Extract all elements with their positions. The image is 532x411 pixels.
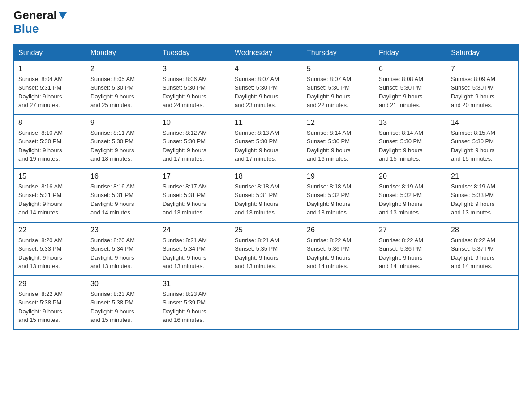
calendar-cell: 16Sunrise: 8:16 AMSunset: 5:31 PMDayligh… <box>86 168 158 222</box>
day-info: Sunrise: 8:07 AMSunset: 5:30 PMDaylight:… <box>235 75 297 110</box>
calendar-cell: 1Sunrise: 8:04 AMSunset: 5:31 PMDaylight… <box>14 61 86 115</box>
day-info: Sunrise: 8:14 AMSunset: 5:30 PMDaylight:… <box>307 128 369 163</box>
day-info: Sunrise: 8:13 AMSunset: 5:30 PMDaylight:… <box>235 128 297 163</box>
calendar-cell: 23Sunrise: 8:20 AMSunset: 5:34 PMDayligh… <box>86 222 158 276</box>
day-info: Sunrise: 8:06 AMSunset: 5:30 PMDaylight:… <box>163 75 225 110</box>
day-info: Sunrise: 8:22 AMSunset: 5:37 PMDaylight:… <box>451 236 514 271</box>
day-number: 31 <box>163 280 225 288</box>
day-number: 26 <box>307 226 369 234</box>
day-info: Sunrise: 8:23 AMSunset: 5:38 PMDaylight:… <box>90 290 153 325</box>
day-info: Sunrise: 8:09 AMSunset: 5:30 PMDaylight:… <box>451 75 514 110</box>
day-number: 16 <box>90 172 153 180</box>
day-number: 25 <box>235 226 297 234</box>
day-number: 24 <box>163 226 225 234</box>
day-number: 29 <box>18 280 81 288</box>
calendar-cell: 2Sunrise: 8:05 AMSunset: 5:30 PMDaylight… <box>86 61 158 115</box>
day-info: Sunrise: 8:22 AMSunset: 5:36 PMDaylight:… <box>379 236 442 271</box>
header-friday: Friday <box>374 44 446 61</box>
day-number: 27 <box>379 226 442 234</box>
calendar-cell: 3Sunrise: 8:06 AMSunset: 5:30 PMDaylight… <box>158 61 230 115</box>
day-info: Sunrise: 8:21 AMSunset: 5:35 PMDaylight:… <box>235 236 297 271</box>
day-number: 28 <box>451 226 514 234</box>
day-info: Sunrise: 8:23 AMSunset: 5:39 PMDaylight:… <box>163 290 225 325</box>
day-number: 3 <box>163 65 225 73</box>
week-row-5: 29Sunrise: 8:22 AMSunset: 5:38 PMDayligh… <box>14 276 519 330</box>
header-row: SundayMondayTuesdayWednesdayThursdayFrid… <box>14 44 519 61</box>
day-number: 17 <box>163 172 225 180</box>
week-row-1: 1Sunrise: 8:04 AMSunset: 5:31 PMDaylight… <box>14 61 519 115</box>
day-number: 13 <box>379 119 442 127</box>
header-sunday: Sunday <box>14 44 86 61</box>
day-info: Sunrise: 8:18 AMSunset: 5:32 PMDaylight:… <box>307 182 369 217</box>
day-number: 11 <box>235 119 297 127</box>
calendar-cell: 31Sunrise: 8:23 AMSunset: 5:39 PMDayligh… <box>158 276 230 330</box>
svg-marker-0 <box>59 12 67 19</box>
logo-arrow-icon <box>58 10 68 20</box>
calendar-cell: 27Sunrise: 8:22 AMSunset: 5:36 PMDayligh… <box>374 222 446 276</box>
day-info: Sunrise: 8:16 AMSunset: 5:31 PMDaylight:… <box>90 182 153 217</box>
calendar-cell: 28Sunrise: 8:22 AMSunset: 5:37 PMDayligh… <box>446 222 519 276</box>
calendar-cell: 13Sunrise: 8:14 AMSunset: 5:30 PMDayligh… <box>374 115 446 168</box>
week-row-2: 8Sunrise: 8:10 AMSunset: 5:30 PMDaylight… <box>14 115 519 168</box>
header-wednesday: Wednesday <box>230 44 302 61</box>
calendar-cell: 22Sunrise: 8:20 AMSunset: 5:33 PMDayligh… <box>14 222 86 276</box>
header-thursday: Thursday <box>302 44 374 61</box>
calendar-body: 1Sunrise: 8:04 AMSunset: 5:31 PMDaylight… <box>14 61 519 330</box>
day-info: Sunrise: 8:22 AMSunset: 5:36 PMDaylight:… <box>307 236 369 271</box>
calendar-cell: 5Sunrise: 8:07 AMSunset: 5:30 PMDaylight… <box>302 61 374 115</box>
calendar-cell <box>374 276 446 330</box>
calendar-cell: 18Sunrise: 8:18 AMSunset: 5:31 PMDayligh… <box>230 168 302 222</box>
day-info: Sunrise: 8:11 AMSunset: 5:30 PMDaylight:… <box>90 128 153 163</box>
day-number: 2 <box>90 65 153 73</box>
day-number: 21 <box>451 172 514 180</box>
day-info: Sunrise: 8:20 AMSunset: 5:34 PMDaylight:… <box>90 236 153 271</box>
calendar-cell: 6Sunrise: 8:08 AMSunset: 5:30 PMDaylight… <box>374 61 446 115</box>
day-info: Sunrise: 8:20 AMSunset: 5:33 PMDaylight:… <box>18 236 81 271</box>
day-info: Sunrise: 8:07 AMSunset: 5:30 PMDaylight:… <box>307 75 369 110</box>
day-number: 4 <box>235 65 297 73</box>
calendar-cell: 24Sunrise: 8:21 AMSunset: 5:34 PMDayligh… <box>158 222 230 276</box>
logo: General Blue <box>13 9 68 36</box>
day-info: Sunrise: 8:21 AMSunset: 5:34 PMDaylight:… <box>163 236 225 271</box>
calendar-cell: 12Sunrise: 8:14 AMSunset: 5:30 PMDayligh… <box>302 115 374 168</box>
calendar-cell: 25Sunrise: 8:21 AMSunset: 5:35 PMDayligh… <box>230 222 302 276</box>
day-info: Sunrise: 8:19 AMSunset: 5:32 PMDaylight:… <box>379 182 442 217</box>
day-info: Sunrise: 8:15 AMSunset: 5:30 PMDaylight:… <box>451 128 514 163</box>
day-info: Sunrise: 8:14 AMSunset: 5:30 PMDaylight:… <box>379 128 442 163</box>
calendar-cell: 9Sunrise: 8:11 AMSunset: 5:30 PMDaylight… <box>86 115 158 168</box>
day-number: 23 <box>90 226 153 234</box>
calendar-cell: 21Sunrise: 8:19 AMSunset: 5:33 PMDayligh… <box>446 168 519 222</box>
header-saturday: Saturday <box>446 44 519 61</box>
day-info: Sunrise: 8:16 AMSunset: 5:31 PMDaylight:… <box>18 182 81 217</box>
page-header: General Blue <box>13 9 519 36</box>
header-tuesday: Tuesday <box>158 44 230 61</box>
day-number: 12 <box>307 119 369 127</box>
day-number: 7 <box>451 65 514 73</box>
week-row-3: 15Sunrise: 8:16 AMSunset: 5:31 PMDayligh… <box>14 168 519 222</box>
day-number: 8 <box>18 119 81 127</box>
day-info: Sunrise: 8:22 AMSunset: 5:38 PMDaylight:… <box>18 290 81 325</box>
week-row-4: 22Sunrise: 8:20 AMSunset: 5:33 PMDayligh… <box>14 222 519 276</box>
calendar-cell: 17Sunrise: 8:17 AMSunset: 5:31 PMDayligh… <box>158 168 230 222</box>
calendar-table: SundayMondayTuesdayWednesdayThursdayFrid… <box>13 44 519 330</box>
day-info: Sunrise: 8:08 AMSunset: 5:30 PMDaylight:… <box>379 75 442 110</box>
calendar-cell: 4Sunrise: 8:07 AMSunset: 5:30 PMDaylight… <box>230 61 302 115</box>
day-number: 30 <box>90 280 153 288</box>
day-number: 20 <box>379 172 442 180</box>
calendar-cell: 19Sunrise: 8:18 AMSunset: 5:32 PMDayligh… <box>302 168 374 222</box>
logo-general-text: General <box>13 9 57 22</box>
calendar-cell: 20Sunrise: 8:19 AMSunset: 5:32 PMDayligh… <box>374 168 446 222</box>
calendar-cell: 14Sunrise: 8:15 AMSunset: 5:30 PMDayligh… <box>446 115 519 168</box>
day-number: 5 <box>307 65 369 73</box>
day-number: 14 <box>451 119 514 127</box>
calendar-cell: 7Sunrise: 8:09 AMSunset: 5:30 PMDaylight… <box>446 61 519 115</box>
day-info: Sunrise: 8:04 AMSunset: 5:31 PMDaylight:… <box>18 75 81 110</box>
day-number: 22 <box>18 226 81 234</box>
day-number: 18 <box>235 172 297 180</box>
calendar-cell <box>446 276 519 330</box>
calendar-cell: 30Sunrise: 8:23 AMSunset: 5:38 PMDayligh… <box>86 276 158 330</box>
day-number: 1 <box>18 65 81 73</box>
day-number: 10 <box>163 119 225 127</box>
calendar-header: SundayMondayTuesdayWednesdayThursdayFrid… <box>14 44 519 61</box>
calendar-cell: 26Sunrise: 8:22 AMSunset: 5:36 PMDayligh… <box>302 222 374 276</box>
